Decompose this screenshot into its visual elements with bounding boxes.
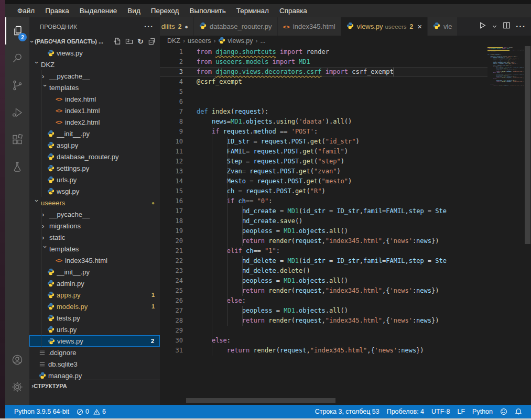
split-editor-icon[interactable] — [503, 21, 511, 31]
horizontal-scrollbar-slider[interactable] — [186, 398, 335, 403]
search-icon[interactable] — [5, 45, 29, 72]
tree-row[interactable]: ›__pycache__ — [29, 208, 160, 220]
code-line[interactable]: 3from django.views.decorators.csrf impor… — [160, 67, 487, 77]
code-line[interactable]: 11 FAMIL= request.POST.get("famil") — [160, 147, 487, 157]
code-line[interactable]: 18 md_create.save() — [160, 216, 487, 226]
tree-row[interactable]: urls.py — [29, 174, 160, 185]
code-line[interactable]: 2from useeers.models import MD1 — [160, 57, 487, 67]
tree-row[interactable]: __init__.py — [29, 128, 160, 139]
run-button[interactable] — [479, 21, 486, 31]
tab-close-icon[interactable]: × — [417, 22, 422, 31]
code-line[interactable]: 16 if ch== "0": — [160, 196, 487, 206]
code-line[interactable]: 15 ch = request.POST.get("R") — [160, 186, 487, 196]
code-line[interactable]: 1from django.shortcuts import render — [160, 47, 487, 57]
code-editor[interactable]: 1from django.shortcuts import render2fro… — [160, 46, 531, 405]
code-line[interactable]: 29 — [160, 326, 487, 336]
tree-row[interactable]: db.sqlite3 — [29, 358, 160, 370]
menu-item[interactable]: Вид — [123, 6, 145, 16]
code-line[interactable]: 21 elif ch== "1": — [160, 246, 487, 256]
tree-row[interactable]: __init__.py — [29, 266, 160, 278]
tree-row[interactable]: ›templates — [29, 82, 160, 93]
workspace-header[interactable]: › (РАБОЧАЯ ОБЛАСТЬ) ... ↻ — [29, 36, 160, 47]
code-line[interactable]: 10 ID_str = request.POST.get("id_str") — [160, 137, 487, 147]
code-line[interactable]: 17 md_create = MD1(id_str = ID_str,famil… — [160, 206, 487, 216]
tree-row[interactable]: ›useeers● — [29, 197, 160, 208]
tree-row[interactable]: <>index345.html — [29, 255, 160, 266]
more-actions-icon[interactable]: ··· — [516, 22, 526, 31]
tree-row[interactable]: views.py — [29, 47, 160, 59]
minimap[interactable]: from django.shortcuts import renderfrom … — [487, 46, 524, 405]
run-dropdown-icon[interactable] — [492, 22, 497, 31]
refresh-icon[interactable]: ↻ — [137, 38, 144, 45]
testing-icon[interactable] — [5, 153, 29, 181]
collapse-all-icon[interactable] — [148, 37, 156, 46]
tree-row[interactable]: <>index.html — [29, 93, 160, 105]
code-line[interactable]: 14 Mesto = request.POST.get("mesto") — [160, 176, 487, 186]
tree-row[interactable]: ›static — [29, 231, 160, 243]
code-line[interactable]: 28 return render(request,"index345.html"… — [160, 316, 487, 326]
run-debug-icon[interactable] — [5, 99, 29, 126]
tree-row[interactable]: models.py1 — [29, 301, 160, 312]
extensions-icon[interactable] — [5, 126, 29, 153]
account-icon[interactable] — [5, 346, 29, 373]
code-line[interactable]: 31 return render(request,"index345.html"… — [160, 346, 487, 356]
vertical-scrollbar-slider[interactable] — [525, 46, 530, 244]
menu-item[interactable]: Файл — [13, 6, 39, 16]
code-line[interactable]: 22 md_delete = MD1(id_str = ID_str,famil… — [160, 256, 487, 266]
feedback-icon[interactable] — [496, 405, 511, 418]
code-line[interactable]: 8 news=MD1.objects.using('daata').all() — [160, 117, 487, 127]
tree-row[interactable]: ›__pycache__ — [29, 70, 160, 82]
tab[interactable]: views.pyuseeers2× — [341, 17, 428, 36]
code-line[interactable]: 9 if request.method == 'POST': — [160, 127, 487, 137]
code-line[interactable]: 20 return render(request,"index345.html"… — [160, 236, 487, 246]
sidebar-more-actions[interactable]: ··· — [144, 22, 154, 31]
menu-item[interactable]: Справка — [275, 6, 312, 16]
code-pane[interactable]: 1from django.shortcuts import render2fro… — [160, 46, 487, 405]
tree-row[interactable]: ›DKZ — [29, 59, 160, 70]
breadcrumb-item[interactable]: views.py — [218, 37, 253, 46]
tab[interactable]: <>index345.html — [278, 17, 341, 36]
code-line[interactable]: 7def index(request): — [160, 107, 487, 117]
menu-item[interactable]: Выполнить — [185, 6, 230, 16]
tab[interactable]: database_roouter.py — [194, 17, 278, 36]
code-line[interactable]: 26 else: — [160, 296, 487, 306]
tree-row[interactable]: ›migrations — [29, 220, 160, 231]
tree-row[interactable]: apps.py1 — [29, 289, 160, 301]
new-file-icon[interactable] — [113, 37, 121, 46]
code-line[interactable]: 23 md_delete.delete() — [160, 266, 487, 276]
tab[interactable]: diiits2● — [160, 17, 194, 36]
code-line[interactable]: 27 peopless = MD1.objects.all() — [160, 306, 487, 316]
tree-row[interactable]: database_roouter.py — [29, 151, 160, 162]
indentation[interactable]: Пробелов: 4 — [383, 405, 428, 418]
source-control-icon[interactable] — [5, 72, 29, 99]
code-line[interactable]: 12 Step = request.POST.get("step") — [160, 157, 487, 167]
code-line[interactable]: 25 return render(request,"index345.html"… — [160, 286, 487, 296]
language-mode[interactable]: Python — [469, 405, 496, 418]
tree-row[interactable]: <>index2.html — [29, 116, 160, 128]
code-line[interactable]: 5 — [160, 87, 487, 97]
explorer-icon[interactable]: 2 — [5, 17, 29, 45]
python-interpreter[interactable]: Python 3.9.5 64-bit — [10, 405, 73, 418]
code-line[interactable]: 30 else: — [160, 336, 487, 346]
menu-item[interactable]: Терминал — [232, 6, 274, 16]
breadcrumb-item[interactable]: useeers — [188, 37, 211, 45]
tree-row[interactable]: admin.py — [29, 278, 160, 289]
code-line[interactable]: 4@csrf_exempt — [160, 77, 487, 87]
vertical-scrollbar[interactable] — [524, 46, 531, 405]
tree-row[interactable]: settings.py — [29, 162, 160, 174]
tree-row[interactable]: urls.py — [29, 324, 160, 335]
menu-item[interactable]: Правка — [40, 6, 74, 16]
tab[interactable]: vie — [428, 17, 458, 36]
cursor-position[interactable]: Строка 3, столбец 53 — [311, 405, 383, 418]
tree-row[interactable]: views.py2 — [29, 335, 160, 347]
code-line[interactable]: 19 peopless = MD1.objects.all() — [160, 226, 487, 236]
encoding[interactable]: UTF-8 — [428, 405, 453, 418]
new-folder-icon[interactable] — [125, 37, 133, 46]
code-line[interactable]: 6 — [160, 97, 487, 107]
tree-row[interactable]: .dcignore — [29, 347, 160, 358]
menu-item[interactable]: Выделение — [75, 6, 122, 16]
bell-icon[interactable] — [511, 405, 526, 418]
outline-section[interactable]: › СТРУКТУРА — [29, 380, 160, 391]
breadcrumb-item[interactable]: ... — [260, 37, 265, 45]
tree-row[interactable]: wsgi.py — [29, 185, 160, 197]
